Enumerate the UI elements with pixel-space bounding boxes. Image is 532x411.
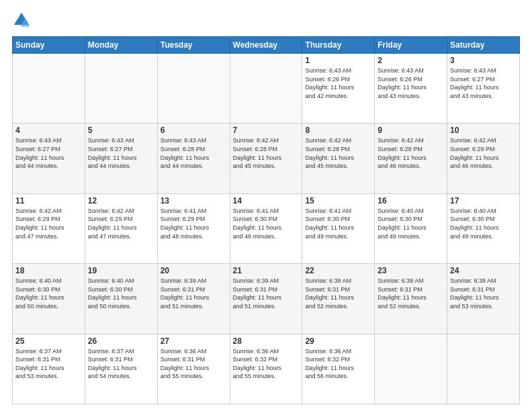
- day-number: 21: [233, 266, 300, 275]
- day-number: 10: [450, 126, 517, 135]
- calendar-weekday-saturday: Saturday: [447, 37, 520, 54]
- calendar-cell: [13, 54, 85, 124]
- day-number: 23: [378, 266, 444, 275]
- calendar-cell: 15Sunrise: 6:41 AM Sunset: 6:30 PM Dayli…: [302, 193, 375, 263]
- calendar-cell: 26Sunrise: 6:37 AM Sunset: 6:31 PM Dayli…: [85, 334, 157, 404]
- day-info: Sunrise: 6:42 AM Sunset: 6:29 PM Dayligh…: [88, 207, 154, 240]
- calendar-cell: [375, 334, 447, 404]
- day-info: Sunrise: 6:42 AM Sunset: 6:29 PM Dayligh…: [15, 207, 82, 240]
- calendar-cell: 4Sunrise: 6:43 AM Sunset: 6:27 PM Daylig…: [13, 124, 85, 193]
- calendar-week-4: 25Sunrise: 6:37 AM Sunset: 6:31 PM Dayli…: [13, 334, 520, 404]
- calendar-week-0: 1Sunrise: 6:43 AM Sunset: 6:26 PM Daylig…: [13, 54, 520, 124]
- day-number: 24: [450, 266, 517, 275]
- calendar-cell: 22Sunrise: 6:38 AM Sunset: 6:31 PM Dayli…: [302, 264, 375, 334]
- calendar-table: SundayMondayTuesdayWednesdayThursdayFrid…: [12, 36, 520, 404]
- header: [12, 11, 520, 30]
- day-number: 13: [161, 196, 227, 205]
- calendar-cell: 21Sunrise: 6:39 AM Sunset: 6:31 PM Dayli…: [230, 264, 302, 334]
- calendar-weekday-sunday: Sunday: [13, 37, 85, 54]
- day-number: 9: [378, 126, 444, 135]
- calendar-cell: 1Sunrise: 6:43 AM Sunset: 6:26 PM Daylig…: [302, 54, 375, 124]
- calendar-cell: 8Sunrise: 6:42 AM Sunset: 6:28 PM Daylig…: [302, 124, 375, 193]
- day-info: Sunrise: 6:37 AM Sunset: 6:31 PM Dayligh…: [15, 347, 82, 381]
- logo: [12, 11, 35, 30]
- day-info: Sunrise: 6:38 AM Sunset: 6:31 PM Dayligh…: [378, 277, 444, 310]
- day-number: 8: [305, 126, 371, 135]
- day-number: 27: [161, 336, 227, 346]
- day-number: 2: [378, 56, 444, 65]
- calendar-cell: 10Sunrise: 6:42 AM Sunset: 6:29 PM Dayli…: [447, 124, 520, 193]
- day-info: Sunrise: 6:42 AM Sunset: 6:28 PM Dayligh…: [378, 136, 444, 170]
- logo-icon: [12, 11, 31, 30]
- day-number: 12: [88, 196, 154, 205]
- page: SundayMondayTuesdayWednesdayThursdayFrid…: [0, 0, 532, 411]
- calendar-weekday-thursday: Thursday: [302, 37, 375, 54]
- day-info: Sunrise: 6:41 AM Sunset: 6:29 PM Dayligh…: [161, 207, 227, 240]
- calendar-cell: 25Sunrise: 6:37 AM Sunset: 6:31 PM Dayli…: [13, 334, 85, 404]
- day-info: Sunrise: 6:40 AM Sunset: 6:30 PM Dayligh…: [378, 207, 444, 240]
- day-number: 18: [15, 266, 82, 275]
- day-number: 29: [305, 336, 371, 346]
- calendar-week-1: 4Sunrise: 6:43 AM Sunset: 6:27 PM Daylig…: [13, 124, 520, 193]
- day-number: 22: [305, 266, 371, 275]
- day-info: Sunrise: 6:42 AM Sunset: 6:29 PM Dayligh…: [450, 136, 517, 170]
- calendar-cell: [157, 54, 230, 124]
- day-info: Sunrise: 6:42 AM Sunset: 6:28 PM Dayligh…: [233, 136, 300, 170]
- calendar-week-2: 11Sunrise: 6:42 AM Sunset: 6:29 PM Dayli…: [13, 193, 520, 263]
- calendar-header-row: SundayMondayTuesdayWednesdayThursdayFrid…: [13, 37, 520, 54]
- day-number: 3: [450, 56, 517, 65]
- day-number: 17: [450, 196, 517, 205]
- day-number: 1: [305, 56, 371, 65]
- day-info: Sunrise: 6:39 AM Sunset: 6:31 PM Dayligh…: [233, 277, 300, 310]
- calendar-cell: 28Sunrise: 6:36 AM Sunset: 6:32 PM Dayli…: [230, 334, 302, 404]
- day-info: Sunrise: 6:43 AM Sunset: 6:28 PM Dayligh…: [161, 136, 227, 170]
- day-info: Sunrise: 6:41 AM Sunset: 6:30 PM Dayligh…: [305, 207, 371, 240]
- calendar-week-3: 18Sunrise: 6:40 AM Sunset: 6:30 PM Dayli…: [13, 264, 520, 334]
- day-info: Sunrise: 6:39 AM Sunset: 6:31 PM Dayligh…: [161, 277, 227, 310]
- calendar-cell: 6Sunrise: 6:43 AM Sunset: 6:28 PM Daylig…: [157, 124, 230, 193]
- day-number: 26: [88, 336, 154, 346]
- calendar-cell: [85, 54, 157, 124]
- calendar-cell: 16Sunrise: 6:40 AM Sunset: 6:30 PM Dayli…: [375, 193, 447, 263]
- day-info: Sunrise: 6:43 AM Sunset: 6:27 PM Dayligh…: [88, 136, 154, 170]
- day-number: 4: [15, 126, 82, 135]
- calendar-cell: 3Sunrise: 6:43 AM Sunset: 6:27 PM Daylig…: [447, 54, 520, 124]
- calendar-cell: 2Sunrise: 6:43 AM Sunset: 6:26 PM Daylig…: [375, 54, 447, 124]
- day-info: Sunrise: 6:40 AM Sunset: 6:30 PM Dayligh…: [88, 277, 154, 310]
- calendar-cell: 29Sunrise: 6:36 AM Sunset: 6:32 PM Dayli…: [302, 334, 375, 404]
- day-info: Sunrise: 6:43 AM Sunset: 6:27 PM Dayligh…: [15, 136, 82, 170]
- calendar-cell: 17Sunrise: 6:40 AM Sunset: 6:30 PM Dayli…: [447, 193, 520, 263]
- day-info: Sunrise: 6:43 AM Sunset: 6:26 PM Dayligh…: [378, 66, 444, 100]
- day-number: 5: [88, 126, 154, 135]
- day-number: 6: [161, 126, 227, 135]
- calendar-cell: 24Sunrise: 6:38 AM Sunset: 6:31 PM Dayli…: [447, 264, 520, 334]
- calendar-weekday-wednesday: Wednesday: [230, 37, 302, 54]
- calendar-cell: 18Sunrise: 6:40 AM Sunset: 6:30 PM Dayli…: [13, 264, 85, 334]
- day-info: Sunrise: 6:37 AM Sunset: 6:31 PM Dayligh…: [88, 347, 154, 381]
- calendar-cell: [447, 334, 520, 404]
- calendar-cell: 19Sunrise: 6:40 AM Sunset: 6:30 PM Dayli…: [85, 264, 157, 334]
- day-info: Sunrise: 6:40 AM Sunset: 6:30 PM Dayligh…: [450, 207, 517, 240]
- day-info: Sunrise: 6:36 AM Sunset: 6:32 PM Dayligh…: [305, 347, 371, 381]
- day-number: 25: [15, 336, 82, 346]
- calendar-cell: 14Sunrise: 6:41 AM Sunset: 6:30 PM Dayli…: [230, 193, 302, 263]
- calendar-weekday-friday: Friday: [375, 37, 447, 54]
- day-info: Sunrise: 6:40 AM Sunset: 6:30 PM Dayligh…: [15, 277, 82, 310]
- day-number: 16: [378, 196, 444, 205]
- calendar-cell: 20Sunrise: 6:39 AM Sunset: 6:31 PM Dayli…: [157, 264, 230, 334]
- calendar-cell: 9Sunrise: 6:42 AM Sunset: 6:28 PM Daylig…: [375, 124, 447, 193]
- day-number: 28: [233, 336, 300, 346]
- day-number: 11: [15, 196, 82, 205]
- calendar-cell: [230, 54, 302, 124]
- calendar-cell: 13Sunrise: 6:41 AM Sunset: 6:29 PM Dayli…: [157, 193, 230, 263]
- day-info: Sunrise: 6:42 AM Sunset: 6:28 PM Dayligh…: [305, 136, 371, 170]
- calendar-cell: 5Sunrise: 6:43 AM Sunset: 6:27 PM Daylig…: [85, 124, 157, 193]
- day-info: Sunrise: 6:43 AM Sunset: 6:26 PM Dayligh…: [305, 66, 371, 100]
- day-number: 15: [305, 196, 371, 205]
- calendar-cell: 12Sunrise: 6:42 AM Sunset: 6:29 PM Dayli…: [85, 193, 157, 263]
- calendar-cell: 7Sunrise: 6:42 AM Sunset: 6:28 PM Daylig…: [230, 124, 302, 193]
- day-number: 19: [88, 266, 154, 275]
- day-info: Sunrise: 6:36 AM Sunset: 6:31 PM Dayligh…: [161, 347, 227, 381]
- day-number: 14: [233, 196, 300, 205]
- day-number: 20: [161, 266, 227, 275]
